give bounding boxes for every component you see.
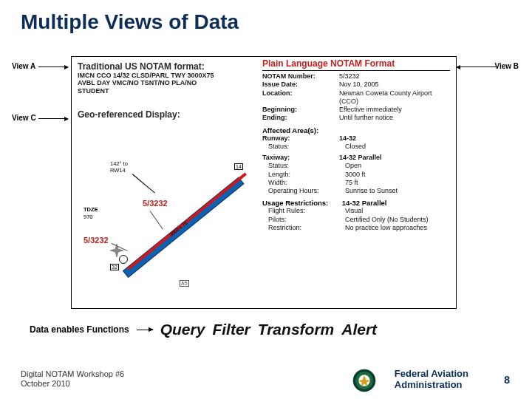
kv-value: 75 ft bbox=[345, 179, 450, 187]
slide: Multiple Views of Data View A View C Vie… bbox=[0, 0, 532, 399]
a5-marker: A5 bbox=[180, 280, 189, 287]
kv-value: Open bbox=[345, 162, 450, 170]
tdze-value: 970 bbox=[83, 214, 93, 220]
footer-org-line1: Federal Aviation bbox=[395, 369, 468, 379]
footer-org: Federal Aviation Administration bbox=[395, 369, 468, 390]
kv-label: Operating Hours: bbox=[262, 187, 345, 195]
kv-value: No practice low approaches bbox=[345, 224, 450, 232]
heading-view-b: Plain Language NOTAM Format bbox=[262, 58, 450, 71]
arrow-a-icon bbox=[38, 66, 68, 67]
notam-raw-line: IMCN CCO 14/32 CLSD/PARL TWY 3000X75 bbox=[78, 72, 218, 79]
heading-view-a: Traditional US NOTAM format: bbox=[78, 61, 255, 72]
kv-value: Newnan Coweta County Airport bbox=[339, 89, 450, 98]
kv-value: 14-32 Parallel bbox=[342, 199, 387, 207]
taxiway-bar-icon bbox=[127, 173, 247, 270]
page-title: Multiple Views of Data bbox=[21, 10, 239, 34]
kv-label: Status: bbox=[262, 162, 345, 170]
faa-logo-icon bbox=[352, 368, 377, 393]
runway-graphic: 3000 x 75 14 32 bbox=[113, 169, 246, 280]
kv-label: Flight Rules: bbox=[262, 207, 345, 215]
fn-transform: Transform bbox=[258, 321, 334, 338]
kv-value: Certified Only (No Students) bbox=[345, 216, 450, 224]
column-right: Plain Language NOTAM Format NOTAM Number… bbox=[262, 58, 450, 232]
kv-value: 14-32 bbox=[339, 134, 450, 143]
kv-value: Until further notice bbox=[339, 114, 450, 122]
kv-value: Visual bbox=[345, 207, 450, 215]
column-left: Traditional US NOTAM format: IMCN CCO 14… bbox=[78, 61, 255, 120]
kv-label: Beginning: bbox=[262, 106, 339, 114]
heading-view-c: Geo-referenced Display: bbox=[78, 109, 255, 120]
subheading-usage: Usage Restrictions: 14-32 Parallel bbox=[262, 199, 450, 207]
footer-line2: October 2010 bbox=[21, 379, 124, 389]
geo-callout-line1: 142° to bbox=[110, 160, 128, 167]
kv-label: Pilots: bbox=[262, 216, 345, 224]
kv-label: Ending: bbox=[262, 114, 339, 122]
kv-value: Sunrise to Sunset bbox=[345, 187, 450, 195]
geo-ref-2: 5/3232 bbox=[83, 236, 109, 245]
kv-value: Nov 10, 2005 bbox=[339, 81, 450, 89]
kv-label: Length: bbox=[262, 171, 345, 179]
footer-org-line2: Administration bbox=[395, 380, 468, 390]
kv-label: Taxiway: bbox=[262, 154, 339, 162]
rw-end-box-14: 14 bbox=[234, 163, 243, 170]
label-view-a: View A bbox=[12, 62, 35, 70]
footer: Digital NOTAM Workshop #6 October 2010 F… bbox=[0, 362, 532, 399]
kv-value: 14-32 Parallel bbox=[339, 154, 450, 162]
functions-lead: Data enables Functions bbox=[30, 324, 129, 335]
kv-value: 5/3232 bbox=[339, 72, 450, 81]
fn-filter: Filter bbox=[212, 321, 250, 338]
kv-label: Restriction: bbox=[262, 224, 345, 232]
kv-value: 3000 ft bbox=[345, 171, 450, 179]
geo-ref-1: 5/3232 bbox=[143, 199, 168, 208]
kv-value: Closed bbox=[345, 143, 450, 151]
notam-raw-line: STUDENT bbox=[78, 87, 218, 95]
arrow-c-icon bbox=[38, 118, 68, 119]
kv-label: Issue Date: bbox=[262, 81, 339, 89]
kv-label: Location: bbox=[262, 89, 339, 98]
fn-alert: Alert bbox=[341, 321, 377, 338]
fn-query: Query bbox=[160, 321, 205, 338]
label-view-b: View B bbox=[494, 62, 519, 70]
kv-label: Usage Restrictions: bbox=[262, 199, 328, 207]
functions-row: Data enables Functions Query Filter Tran… bbox=[30, 321, 502, 338]
footer-left: Digital NOTAM Workshop #6 October 2010 bbox=[21, 369, 124, 389]
geo-display: 142° to RW14 TDZE 970 3000 x 75 14 32 5/… bbox=[83, 156, 261, 304]
arrow-right-icon bbox=[137, 330, 153, 330]
kv-label: NOTAM Number: bbox=[262, 72, 339, 81]
kv-label bbox=[262, 98, 339, 106]
kv-label: Status: bbox=[262, 143, 345, 151]
kv-value: Effective immediately bbox=[339, 106, 450, 114]
kv-label: Width: bbox=[262, 179, 345, 187]
content-frame: Traditional US NOTAM format: IMCN CCO 14… bbox=[71, 56, 457, 309]
tdze-label: TDZE bbox=[83, 206, 98, 213]
aircraft-icon bbox=[109, 243, 124, 258]
label-view-c: View C bbox=[12, 114, 36, 122]
kv-value: (CCO) bbox=[339, 98, 450, 106]
rw-end-box-32: 32 bbox=[110, 264, 119, 270]
footer-line1: Digital NOTAM Workshop #6 bbox=[21, 369, 124, 379]
subheading-affected: Affected Area(s): bbox=[262, 126, 450, 134]
kv-label: Runway: bbox=[262, 134, 339, 143]
notam-raw-line: AVBL DAY VMC/NO TSNT/NO PLA/NO bbox=[78, 79, 218, 86]
arrow-b-icon bbox=[457, 66, 498, 67]
page-number: 8 bbox=[504, 374, 510, 386]
